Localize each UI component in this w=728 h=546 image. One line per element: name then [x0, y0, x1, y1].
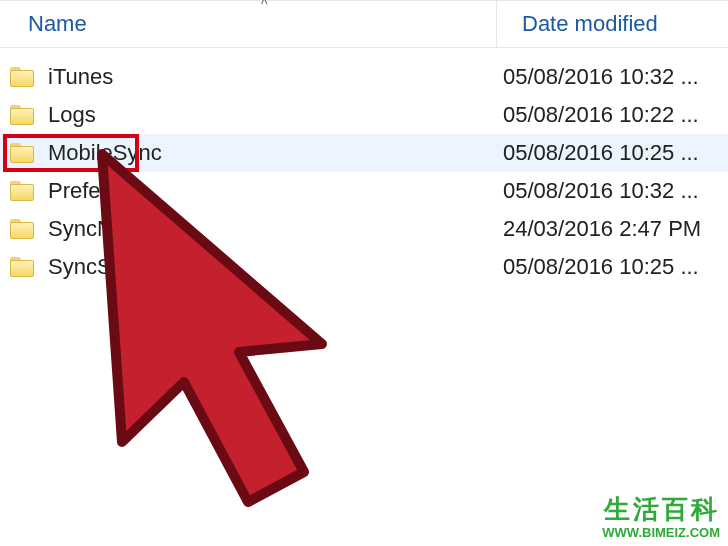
- folder-date-label: 05/08/2016 10:32 ...: [503, 178, 699, 204]
- folder-row-name-cell: iTunes: [0, 64, 497, 90]
- column-header-date-label: Date modified: [522, 11, 658, 37]
- folder-icon: [10, 105, 34, 125]
- folder-row-date-cell: 05/08/2016 10:32 ...: [497, 64, 728, 90]
- folder-date-label: 05/08/2016 10:22 ...: [503, 102, 699, 128]
- folder-row[interactable]: SyncServices05/08/2016 10:25 ...: [0, 248, 728, 286]
- folder-row[interactable]: SyncNotif24/03/2016 2:47 PM: [0, 210, 728, 248]
- folder-date-label: 24/03/2016 2:47 PM: [503, 216, 701, 242]
- folder-row-date-cell: 24/03/2016 2:47 PM: [497, 216, 728, 242]
- folder-date-label: 05/08/2016 10:32 ...: [503, 64, 699, 90]
- watermark-line1: 生活百科: [602, 492, 720, 527]
- folder-icon: [10, 219, 34, 239]
- folder-row-name-cell: Preferen: [0, 178, 497, 204]
- folder-row-date-cell: 05/08/2016 10:25 ...: [497, 140, 728, 166]
- folder-icon: [10, 181, 34, 201]
- folder-name-label: MobileSync: [48, 140, 162, 166]
- watermark: 生活百科 WWW.BIMEIZ.COM: [602, 492, 720, 540]
- folder-row[interactable]: Preferen05/08/2016 10:32 ...: [0, 172, 728, 210]
- folder-row-date-cell: 05/08/2016 10:22 ...: [497, 102, 728, 128]
- file-list: iTunes05/08/2016 10:32 ...Logs05/08/2016…: [0, 58, 728, 286]
- watermark-line2: WWW.BIMEIZ.COM: [602, 525, 720, 540]
- folder-row-date-cell: 05/08/2016 10:32 ...: [497, 178, 728, 204]
- folder-row[interactable]: Logs05/08/2016 10:22 ...: [0, 96, 728, 134]
- folder-icon: [10, 257, 34, 277]
- folder-row-name-cell: Logs: [0, 102, 497, 128]
- folder-row-date-cell: 05/08/2016 10:25 ...: [497, 254, 728, 280]
- folder-name-label: Preferen: [48, 178, 132, 204]
- explorer-window: ^ Name Date modified iTunes05/08/2016 10…: [0, 0, 728, 546]
- folder-name-label: Logs: [48, 102, 96, 128]
- folder-row-name-cell: SyncServices: [0, 254, 497, 280]
- folder-icon: [10, 143, 34, 163]
- folder-name-label: SyncNotif: [48, 216, 142, 242]
- folder-name-label: iTunes: [48, 64, 113, 90]
- column-header-date[interactable]: Date modified: [497, 1, 728, 47]
- folder-row[interactable]: MobileSync05/08/2016 10:25 ...: [0, 134, 728, 172]
- sort-indicator-icon: ^: [261, 0, 268, 12]
- folder-row-name-cell: MobileSync: [0, 140, 497, 166]
- folder-icon: [10, 67, 34, 87]
- column-header-name-label: Name: [28, 11, 87, 37]
- folder-date-label: 05/08/2016 10:25 ...: [503, 254, 699, 280]
- column-header-name[interactable]: Name: [0, 1, 497, 47]
- folder-name-label: SyncServices: [48, 254, 181, 280]
- folder-row[interactable]: iTunes05/08/2016 10:32 ...: [0, 58, 728, 96]
- folder-date-label: 05/08/2016 10:25 ...: [503, 140, 699, 166]
- column-header-row: ^ Name Date modified: [0, 0, 728, 48]
- folder-row-name-cell: SyncNotif: [0, 216, 497, 242]
